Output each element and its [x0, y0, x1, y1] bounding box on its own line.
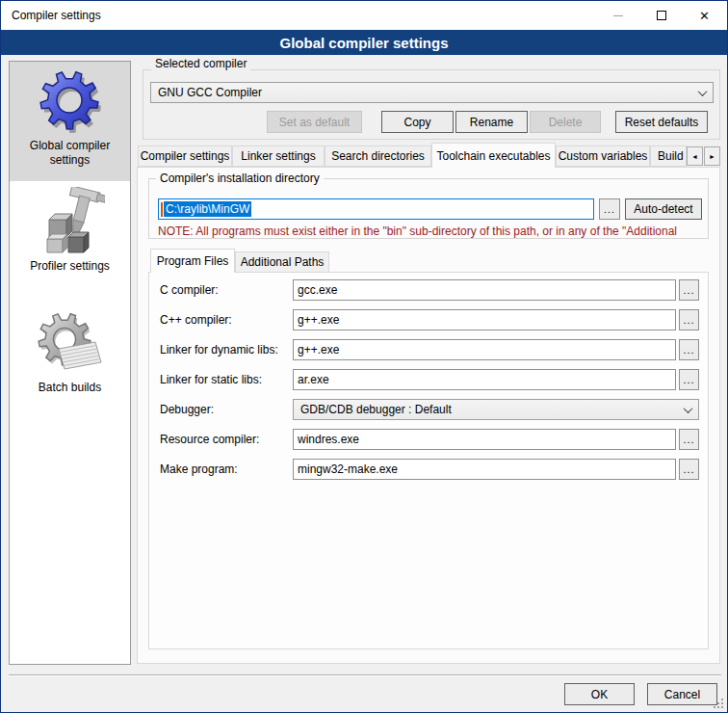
settings-category-list: Global compiler settings P: [9, 61, 131, 665]
chevron-down-icon: [698, 87, 708, 96]
maximize-button[interactable]: [639, 1, 683, 30]
footer-divider: [9, 674, 721, 676]
sidebar-item-label: Batch builds: [39, 381, 101, 395]
c-compiler-input[interactable]: [293, 279, 676, 301]
sidebar-item-label: Global compiler settings: [10, 139, 130, 168]
subtab-additional-paths[interactable]: Additional Paths: [235, 251, 329, 273]
cpp-compiler-browse-button[interactable]: ...: [679, 309, 699, 330]
field-label-debugger: Debugger:: [160, 403, 214, 416]
field-label-linker-dynamic: Linker for dynamic libs:: [160, 343, 278, 356]
linker-dynamic-browse-button[interactable]: ...: [679, 339, 699, 360]
minimize-button[interactable]: [596, 1, 639, 30]
blue-gear-icon: [36, 66, 105, 136]
tab-scroll-left-button[interactable]: ◄: [687, 146, 703, 166]
selected-path-text: C:\raylib\MinGW: [164, 201, 251, 217]
sidebar-item-label: Profiler settings: [30, 259, 110, 274]
tab-compiler-settings[interactable]: Compiler settings: [138, 145, 232, 167]
close-button[interactable]: ✕: [683, 1, 726, 30]
minimize-icon: [613, 15, 623, 16]
resource-compiler-browse-button[interactable]: ...: [679, 429, 699, 450]
rename-button[interactable]: Rename: [455, 111, 528, 133]
installation-directory-input[interactable]: C:\raylib\MinGW: [158, 198, 594, 220]
debugger-select-value: GDB/CDB debugger : Default: [300, 403, 452, 416]
linker-dynamic-input[interactable]: [293, 339, 676, 360]
field-label-resource-compiler: Resource compiler:: [160, 433, 259, 446]
chevron-down-icon: [684, 404, 693, 413]
dialog-banner-title: Global compiler settings: [1, 30, 727, 55]
ok-button[interactable]: OK: [564, 683, 635, 705]
reset-defaults-button[interactable]: Reset defaults: [615, 111, 708, 133]
tab-search-directories[interactable]: Search directories: [325, 145, 431, 167]
tab-toolchain-executables[interactable]: Toolchain executables: [431, 143, 556, 168]
tab-build-options[interactable]: Build options: [650, 145, 687, 167]
window-controls: ✕: [596, 1, 726, 30]
linker-static-browse-button[interactable]: ...: [679, 369, 699, 390]
auto-detect-button[interactable]: Auto-detect: [625, 198, 702, 220]
window-title: Compiler settings: [12, 9, 101, 22]
tab-scroll-right-button[interactable]: ►: [704, 146, 720, 166]
caliper-cubes-icon: [36, 187, 105, 256]
maximize-icon: [657, 11, 666, 20]
compiler-settings-dialog: Compiler settings ✕ Global compiler sett…: [0, 0, 728, 713]
field-label-c-compiler: C compiler:: [160, 283, 219, 297]
copy-button[interactable]: Copy: [381, 111, 454, 133]
field-label-linker-static: Linker for static libs:: [160, 373, 262, 386]
linker-static-input[interactable]: [293, 369, 676, 390]
tab-custom-variables[interactable]: Custom variables: [556, 145, 650, 167]
titlebar: Compiler settings ✕: [1, 1, 727, 30]
resize-grip-dots: [721, 706, 723, 708]
cpp-compiler-input[interactable]: [293, 309, 676, 330]
compiler-select-value: GNU GCC Compiler: [158, 86, 262, 99]
set-as-default-button[interactable]: Set as default: [267, 111, 362, 133]
subtab-program-files[interactable]: Program Files: [150, 249, 235, 273]
c-compiler-browse-button[interactable]: ...: [679, 279, 699, 301]
field-label-make-program: Make program:: [160, 462, 238, 476]
note-text: NOTE: All programs must exist either in …: [158, 224, 710, 238]
installation-directory-group-label: Compiler's installation directory: [156, 172, 324, 185]
debugger-select[interactable]: GDB/CDB debugger : Default: [293, 399, 699, 420]
sidebar-item-batch-builds[interactable]: Batch builds: [10, 306, 130, 414]
make-program-input[interactable]: [293, 459, 676, 480]
sidebar-item-profiler-settings[interactable]: Profiler settings: [10, 185, 130, 293]
browse-directory-button[interactable]: ...: [599, 198, 620, 220]
resize-grip[interactable]: [714, 699, 723, 708]
compiler-select[interactable]: GNU GCC Compiler: [150, 82, 714, 103]
sidebar-item-global-compiler-settings[interactable]: Global compiler settings: [10, 62, 130, 181]
resource-compiler-input[interactable]: [293, 429, 676, 450]
text-caret: [161, 202, 163, 217]
selected-compiler-group-label: Selected compiler: [151, 57, 250, 70]
close-icon: ✕: [699, 10, 710, 22]
tab-linker-settings[interactable]: Linker settings: [232, 145, 325, 167]
batch-builds-icon: [36, 308, 105, 378]
field-label-cpp-compiler: C++ compiler:: [160, 313, 232, 327]
delete-button[interactable]: Delete: [530, 111, 601, 133]
cancel-button[interactable]: Cancel: [647, 683, 717, 705]
make-program-browse-button[interactable]: ...: [679, 459, 699, 480]
